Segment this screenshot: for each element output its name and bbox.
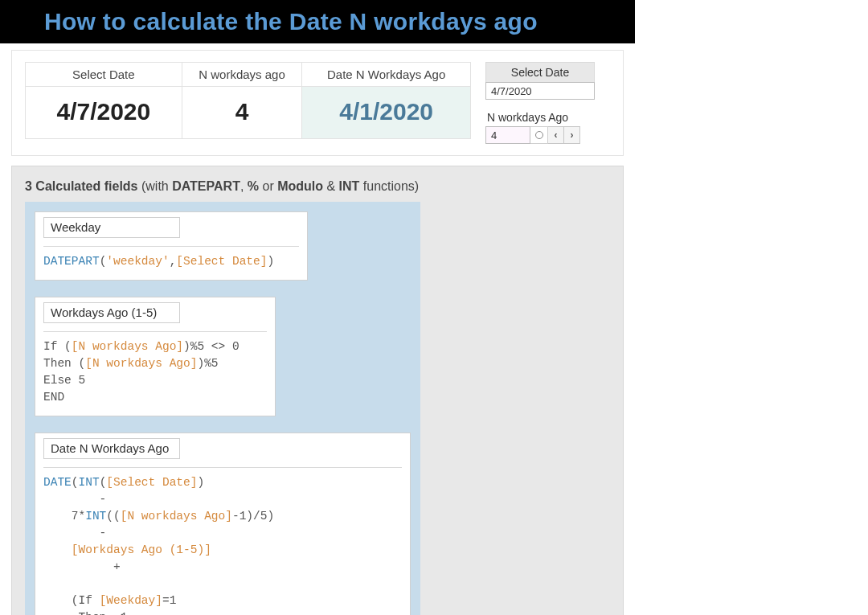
table-row: 4/7/2020 4 4/1/2020 xyxy=(26,87,471,139)
calc-card-date-n-workdays-ago: Date N Workdays Ago DATE(INT([Select Dat… xyxy=(35,433,411,615)
cell-n-workdays: 4 xyxy=(182,87,302,139)
param-n-workdays: N workdays Ago ‹ › xyxy=(485,111,595,144)
calc-name-workdays-ago[interactable]: Workdays Ago (1-5) xyxy=(43,302,180,323)
param-n-workdays-label: N workdays Ago xyxy=(485,111,595,126)
param-select-date-label: Select Date xyxy=(485,62,595,82)
results-table: Select Date N workdays ago Date N Workda… xyxy=(25,62,471,139)
col-header-result: Date N Workdays Ago xyxy=(302,63,471,87)
calculated-fields-panel: 3 Calculated fields (with DATEPART, % or… xyxy=(11,166,624,615)
calc-cards: Weekday DATEPART('weekday',[Select Date]… xyxy=(25,202,420,615)
cell-result-date: 4/1/2020 xyxy=(302,87,471,139)
param-select-date: Select Date xyxy=(485,62,595,100)
page-title: How to calculate the Date N workdays ago xyxy=(0,8,635,35)
stepper-increment[interactable]: › xyxy=(564,126,580,144)
calculated-fields-heading: 3 Calculated fields (with DATEPART, % or… xyxy=(25,179,610,194)
calc-code-weekday: DATEPART('weekday',[Select Date]) xyxy=(43,253,299,270)
calc-name-weekday[interactable]: Weekday xyxy=(43,217,180,238)
parameter-controls: Select Date N workdays Ago ‹ › xyxy=(485,62,595,144)
n-workdays-input[interactable] xyxy=(485,126,530,144)
calc-code-workdays-ago: If ([N workdays Ago])%5 <> 0 Then ([N wo… xyxy=(43,338,267,406)
col-header-n-workdays: N workdays ago xyxy=(182,63,302,87)
title-bar: How to calculate the Date N workdays ago xyxy=(0,0,635,43)
cell-select-date: 4/7/2020 xyxy=(26,87,182,139)
calc-name-date-n-workdays-ago[interactable]: Date N Workdays Ago xyxy=(43,438,180,459)
results-panel: Select Date N workdays ago Date N Workda… xyxy=(11,50,624,156)
select-date-input[interactable] xyxy=(485,82,595,100)
stepper-decrement[interactable]: ‹ xyxy=(548,126,564,144)
slider-toggle-icon[interactable] xyxy=(530,126,548,144)
calc-code-date-n-workdays-ago: DATE(INT([Select Date]) - 7*INT(([N work… xyxy=(43,474,402,615)
calc-card-workdays-ago: Workdays Ago (1-5) If ([N workdays Ago])… xyxy=(35,297,276,416)
calc-card-weekday: Weekday DATEPART('weekday',[Select Date]… xyxy=(35,211,308,281)
col-header-select-date: Select Date xyxy=(26,63,182,87)
